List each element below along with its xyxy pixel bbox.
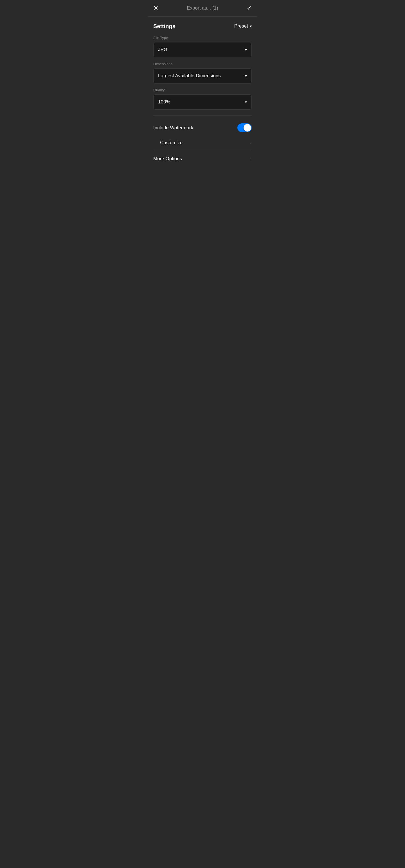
more-options-label: More Options [153, 156, 182, 162]
quality-arrow-icon: ▾ [245, 100, 247, 104]
dimensions-arrow-icon: ▾ [245, 74, 247, 78]
file-type-dropdown[interactable]: JPG ▾ [153, 42, 252, 57]
file-type-group: File Type JPG ▾ [153, 36, 252, 57]
dimensions-group: Dimensions Largest Available Dimensions … [153, 62, 252, 84]
header: ✕ Export as... (1) ✓ [148, 0, 257, 17]
watermark-row: Include Watermark [153, 121, 252, 134]
quality-dropdown[interactable]: 100% ▾ [153, 94, 252, 110]
more-options-row[interactable]: More Options › [153, 150, 252, 167]
settings-header: Settings Preset ▾ [153, 22, 252, 30]
header-title: Export as... (1) [187, 5, 218, 11]
divider-1 [153, 115, 252, 116]
file-type-value: JPG [158, 47, 167, 53]
toggle-knob [243, 124, 251, 131]
watermark-toggle[interactable] [237, 123, 252, 132]
dimensions-value: Largest Available Dimensions [158, 73, 221, 79]
preset-button[interactable]: Preset ▾ [234, 22, 252, 30]
preset-chevron-icon: ▾ [250, 24, 252, 28]
quality-label: Quality [153, 88, 252, 92]
confirm-icon[interactable]: ✓ [247, 4, 252, 12]
content: Settings Preset ▾ File Type JPG ▾ Dimens… [148, 17, 257, 173]
preset-label: Preset [234, 23, 248, 29]
close-icon[interactable]: ✕ [153, 5, 158, 11]
customize-chevron-icon: › [250, 140, 252, 145]
quality-value: 100% [158, 99, 170, 105]
watermark-label: Include Watermark [153, 125, 193, 131]
dimensions-label: Dimensions [153, 62, 252, 66]
quality-group: Quality 100% ▾ [153, 88, 252, 110]
file-type-label: File Type [153, 36, 252, 40]
customize-label: Customize [160, 140, 182, 146]
settings-title: Settings [153, 23, 175, 30]
more-options-chevron-icon: › [250, 156, 252, 161]
customize-row[interactable]: Customize › [153, 135, 252, 150]
dimensions-dropdown[interactable]: Largest Available Dimensions ▾ [153, 68, 252, 84]
file-type-arrow-icon: ▾ [245, 48, 247, 52]
